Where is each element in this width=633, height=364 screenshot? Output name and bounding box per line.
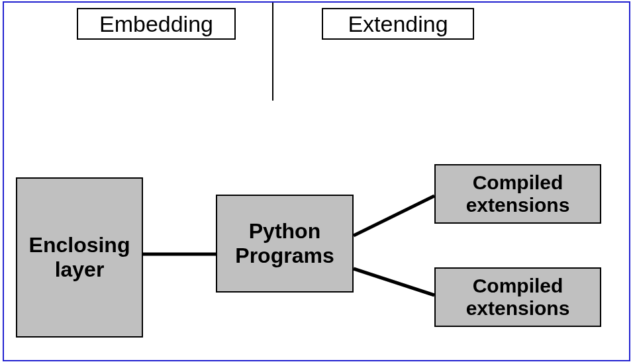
node-python-label: PythonPrograms <box>235 219 334 268</box>
header-embedding: Embedding <box>77 8 236 40</box>
node-compiled-extensions-2: Compiledextensions <box>434 267 601 327</box>
node-python-programs: PythonPrograms <box>216 195 354 293</box>
header-embedding-label: Embedding <box>99 11 213 37</box>
node-ext2-label: Compiledextensions <box>466 275 570 320</box>
node-enclosing-layer: Enclosinglayer <box>16 177 143 338</box>
header-extending-label: Extending <box>348 11 448 37</box>
node-compiled-extensions-1: Compiledextensions <box>434 164 601 224</box>
diagram-frame: Embedding Extending Enclosinglayer Pytho… <box>3 1 630 361</box>
edge-python-ext1 <box>354 196 434 236</box>
edge-python-ext2 <box>354 269 434 295</box>
node-ext1-label: Compiledextensions <box>466 171 570 217</box>
header-extending: Extending <box>322 8 474 40</box>
node-enclosing-label: Enclosinglayer <box>29 233 130 282</box>
top-divider <box>272 3 273 101</box>
